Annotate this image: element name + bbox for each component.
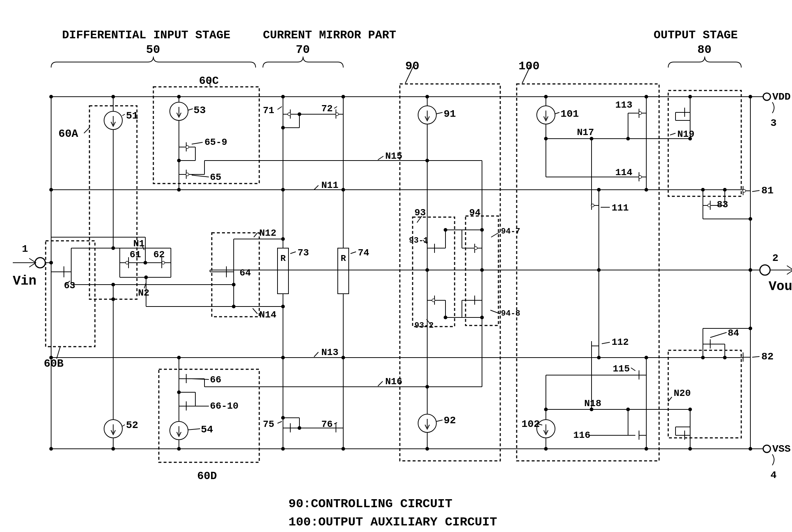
circuit-diagram: DIFFERENTIAL INPUT STAGE 50 CURRENT MIRR… (7, 7, 792, 532)
output-stage-label: OUTPUT STAGE (654, 28, 738, 42)
svg-rect-8 (153, 87, 259, 184)
svg-point-298 (544, 95, 548, 99)
label-93-2: 93-2 (414, 321, 434, 330)
svg-point-308 (644, 447, 648, 451)
svg-point-5 (760, 265, 770, 275)
svg-point-246 (597, 356, 601, 359)
label-93-1: 93-1 (409, 236, 428, 245)
label-61: 61 (130, 249, 141, 260)
node-n14: N14 (259, 309, 276, 320)
vin-label: Vin (13, 274, 37, 289)
r-74: R (341, 254, 346, 263)
svg-point-174 (639, 176, 642, 178)
svg-point-245 (341, 356, 345, 359)
svg-point-281 (688, 408, 692, 411)
svg-point-4 (35, 258, 45, 268)
output-stage-num: 80 (697, 43, 711, 57)
vin-num: 1 (22, 243, 28, 255)
svg-point-248 (701, 356, 705, 359)
svg-point-287 (480, 268, 484, 272)
transistors: 61 62 63 64 (45, 97, 774, 449)
svg-point-62 (111, 297, 115, 301)
label-52: 52 (126, 420, 138, 431)
label-62: 62 (153, 249, 165, 260)
label-66: 66 (210, 374, 221, 385)
svg-point-262 (425, 385, 429, 389)
svg-point-293 (111, 95, 115, 99)
label-102: 102 (521, 419, 540, 430)
node-n19: N19 (677, 129, 695, 140)
svg-point-80 (186, 146, 189, 149)
label-113: 113 (615, 100, 632, 111)
svg-point-312 (177, 188, 181, 192)
svg-point-3 (763, 445, 770, 452)
node-n12: N12 (259, 228, 276, 239)
svg-rect-7 (46, 241, 95, 347)
label-92: 92 (444, 415, 456, 426)
footer-line2: 100:OUTPUT AUXILIARY CIRCUIT (288, 515, 497, 529)
svg-point-44 (126, 261, 129, 264)
svg-point-53 (162, 261, 165, 264)
dashed-boxes: 60A 60B 60C 60D (44, 64, 741, 482)
svg-point-305 (341, 447, 345, 451)
label-54: 54 (201, 424, 213, 435)
label-51: 51 (126, 110, 138, 122)
svg-point-110 (281, 126, 285, 130)
svg-point-299 (644, 95, 648, 99)
label-66-10: 66-10 (210, 401, 238, 412)
svg-point-241 (281, 237, 285, 241)
svg-point-76 (111, 283, 115, 286)
svg-point-304 (281, 447, 285, 451)
svg-point-227 (144, 261, 147, 265)
label-63: 63 (64, 280, 75, 291)
svg-point-83 (186, 173, 189, 176)
label-112: 112 (612, 337, 629, 348)
svg-point-1 (763, 93, 770, 100)
svg-point-309 (688, 447, 692, 451)
diff-input-stage-label: DIFFERENTIAL INPUT STAGE (62, 28, 230, 42)
svg-point-193 (708, 204, 711, 207)
svg-point-232 (49, 95, 53, 99)
60a-label: 60A (58, 128, 78, 140)
node-n15: N15 (385, 151, 402, 162)
vout-num: 2 (772, 252, 778, 264)
vdd-num: 3 (770, 117, 777, 129)
node-n2: N2 (138, 288, 149, 298)
60d-label: 60D (197, 470, 217, 482)
wires: N1 N2 N11 N12 N13 (49, 95, 760, 451)
svg-rect-9 (159, 369, 259, 462)
svg-point-257 (425, 159, 429, 162)
svg-point-300 (688, 95, 692, 99)
svg-rect-11 (400, 84, 500, 461)
svg-point-286 (597, 268, 601, 272)
vss-label: VSS (772, 443, 791, 455)
label-115: 115 (613, 363, 630, 374)
svg-point-296 (341, 95, 345, 99)
current-mirror-num: 70 (296, 43, 310, 57)
label-82: 82 (761, 351, 774, 362)
label-73: 73 (298, 247, 309, 258)
block-100-top: 100 (519, 59, 540, 73)
label-94-8: 94-8 (501, 309, 520, 318)
label-72: 72 (321, 103, 333, 114)
label-91: 91 (444, 108, 456, 120)
node-n17: N17 (577, 127, 594, 138)
svg-point-288 (425, 268, 429, 272)
label-94-7: 94-7 (501, 227, 520, 236)
header-labels: DIFFERENTIAL INPUT STAGE 50 CURRENT MIRR… (51, 28, 741, 73)
node-n11: N11 (321, 180, 338, 191)
label-81: 81 (761, 185, 774, 196)
svg-point-295 (281, 95, 285, 99)
svg-point-314 (177, 356, 181, 359)
label-64: 64 (240, 267, 251, 278)
diff-input-stage-num: 50 (146, 43, 160, 57)
label-83: 83 (717, 199, 728, 210)
block-90-top: 90 (405, 59, 419, 73)
60c-label: 60C (199, 75, 219, 87)
svg-point-247 (644, 356, 648, 359)
svg-point-234 (281, 188, 285, 192)
svg-rect-12 (413, 217, 455, 327)
r-73: R (280, 254, 286, 263)
svg-point-186 (743, 189, 746, 192)
svg-point-205 (749, 327, 752, 330)
